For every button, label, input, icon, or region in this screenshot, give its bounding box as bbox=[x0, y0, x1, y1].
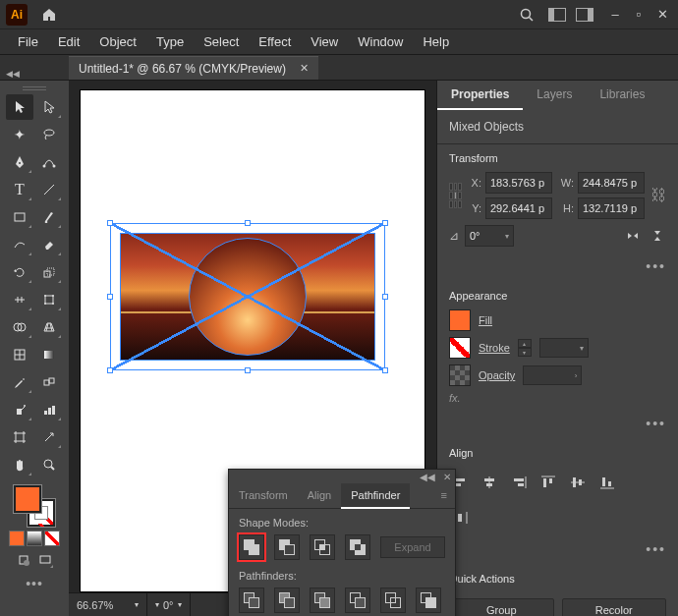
resize-handle[interactable] bbox=[382, 220, 388, 226]
artboard-tool[interactable] bbox=[6, 424, 33, 450]
rotate-chevron-icon[interactable]: ▾ bbox=[155, 600, 159, 609]
blend-tool[interactable] bbox=[35, 369, 63, 395]
fill-color-swatch[interactable] bbox=[449, 309, 471, 331]
scale-tool[interactable] bbox=[35, 259, 63, 285]
fill-label[interactable]: Fill bbox=[479, 314, 492, 326]
rotate-tool[interactable] bbox=[6, 259, 33, 285]
slice-tool[interactable] bbox=[35, 424, 63, 450]
direct-selection-tool[interactable] bbox=[35, 94, 63, 120]
outline-button[interactable] bbox=[380, 588, 406, 613]
zoom-field[interactable] bbox=[77, 599, 131, 611]
more-options-icon[interactable]: ••• bbox=[437, 412, 678, 435]
maximize-button[interactable]: ▫ bbox=[627, 5, 650, 25]
type-tool[interactable]: T bbox=[6, 177, 33, 202]
tab-align[interactable]: Align bbox=[298, 483, 341, 508]
opacity-field[interactable]: › bbox=[523, 365, 582, 385]
column-graph-tool[interactable] bbox=[35, 397, 63, 422]
minus-front-button[interactable] bbox=[274, 534, 300, 560]
y-field[interactable]: 292.6441 p bbox=[485, 197, 552, 219]
toolbox-grip[interactable] bbox=[23, 86, 46, 90]
tab-transform[interactable]: Transform bbox=[229, 483, 298, 508]
free-transform-tool[interactable] bbox=[35, 287, 63, 312]
divide-button[interactable] bbox=[239, 588, 264, 613]
align-vcenter-icon[interactable] bbox=[567, 473, 589, 492]
stroke-color-swatch[interactable] bbox=[449, 337, 471, 359]
color-mode-icon[interactable] bbox=[9, 531, 25, 546]
workspace-switcher-icon[interactable] bbox=[548, 8, 566, 22]
fill-stroke-swatches[interactable] bbox=[14, 485, 55, 527]
rectangle-tool[interactable] bbox=[6, 204, 33, 230]
flip-vertical-icon[interactable] bbox=[649, 227, 666, 245]
shaper-tool[interactable] bbox=[6, 232, 33, 257]
trim-button[interactable] bbox=[274, 588, 300, 613]
search-icon[interactable] bbox=[519, 7, 535, 23]
selection-bounding-box[interactable] bbox=[110, 223, 385, 370]
hand-tool[interactable] bbox=[6, 452, 33, 477]
rotation-field[interactable]: 0°▾ bbox=[465, 225, 514, 247]
collapse-panel-icon[interactable]: ◀◀ bbox=[420, 472, 435, 482]
recolor-button[interactable]: Recolor bbox=[562, 598, 667, 616]
menu-type[interactable]: Type bbox=[146, 34, 194, 49]
more-options-icon[interactable]: ••• bbox=[437, 537, 678, 561]
tab-libraries[interactable]: Libraries bbox=[586, 81, 658, 110]
curvature-tool[interactable] bbox=[35, 149, 63, 175]
flip-horizontal-icon[interactable] bbox=[625, 227, 643, 245]
chevron-down-icon[interactable]: ▾ bbox=[135, 600, 139, 609]
zoom-tool[interactable] bbox=[35, 452, 63, 477]
tab-layers[interactable]: Layers bbox=[523, 81, 586, 110]
align-hcenter-icon[interactable] bbox=[479, 473, 500, 492]
toolbox-collapse-icon[interactable]: ◀◀ bbox=[0, 69, 20, 79]
resize-handle[interactable] bbox=[245, 220, 251, 226]
pen-tool[interactable] bbox=[6, 149, 33, 175]
resize-handle[interactable] bbox=[107, 294, 113, 300]
mesh-tool[interactable] bbox=[6, 342, 33, 367]
opacity-swatch[interactable] bbox=[449, 364, 471, 386]
gradient-mode-icon[interactable] bbox=[27, 531, 42, 546]
chevron-down-icon[interactable]: ▾ bbox=[178, 600, 182, 609]
stroke-weight-field[interactable]: ▾ bbox=[539, 338, 589, 358]
symbol-sprayer-tool[interactable] bbox=[6, 397, 33, 422]
fill-swatch[interactable] bbox=[14, 485, 41, 513]
none-mode-icon[interactable] bbox=[44, 531, 60, 546]
crop-button[interactable] bbox=[345, 588, 370, 613]
drawing-mode-normal-icon[interactable] bbox=[14, 550, 33, 570]
edit-toolbar-icon[interactable]: ••• bbox=[26, 576, 43, 591]
minus-back-button[interactable] bbox=[416, 588, 441, 613]
reference-point-grid[interactable] bbox=[449, 183, 462, 208]
exclude-button[interactable] bbox=[345, 534, 370, 560]
menu-effect[interactable]: Effect bbox=[249, 34, 301, 49]
gradient-tool[interactable] bbox=[35, 342, 63, 367]
x-field[interactable]: 183.5763 p bbox=[485, 172, 552, 194]
expand-button[interactable]: Expand bbox=[380, 536, 445, 558]
merge-button[interactable] bbox=[310, 588, 335, 613]
close-button[interactable]: ✕ bbox=[650, 5, 674, 25]
resize-handle[interactable] bbox=[245, 367, 251, 373]
close-panel-icon[interactable]: ✕ bbox=[443, 472, 451, 482]
stroke-weight-stepper[interactable]: ▴▾ bbox=[518, 339, 532, 357]
line-tool[interactable] bbox=[35, 177, 63, 202]
group-button[interactable]: Group bbox=[449, 598, 554, 616]
align-top-icon[interactable] bbox=[537, 473, 559, 492]
unite-button[interactable] bbox=[239, 534, 264, 560]
selection-tool[interactable] bbox=[6, 94, 33, 120]
w-field[interactable]: 244.8475 p bbox=[578, 172, 645, 194]
menu-view[interactable]: View bbox=[301, 34, 348, 49]
tab-properties[interactable]: Properties bbox=[437, 81, 523, 110]
document-tab[interactable]: Untitled-1* @ 66.67 % (CMYK/Preview) ✕ bbox=[69, 56, 318, 80]
align-right-icon[interactable] bbox=[508, 473, 530, 492]
shape-builder-tool[interactable] bbox=[6, 314, 33, 340]
resize-handle[interactable] bbox=[107, 220, 113, 226]
h-field[interactable]: 132.7119 p bbox=[578, 197, 645, 219]
pathfinder-panel[interactable]: ◀◀ ✕ Transform Align Pathfinder ≡ Shape … bbox=[228, 469, 456, 616]
screen-mode-icon[interactable] bbox=[35, 550, 55, 570]
opacity-label[interactable]: Opacity bbox=[479, 369, 515, 381]
eyedropper-tool[interactable] bbox=[6, 369, 33, 395]
more-options-icon[interactable]: ••• bbox=[437, 254, 678, 278]
eraser-tool[interactable] bbox=[35, 232, 63, 257]
menu-select[interactable]: Select bbox=[194, 34, 249, 49]
resize-handle[interactable] bbox=[107, 367, 113, 373]
stroke-label[interactable]: Stroke bbox=[479, 342, 510, 354]
resize-handle[interactable] bbox=[382, 367, 388, 373]
width-tool[interactable] bbox=[6, 287, 33, 312]
menu-edit[interactable]: Edit bbox=[48, 34, 89, 49]
